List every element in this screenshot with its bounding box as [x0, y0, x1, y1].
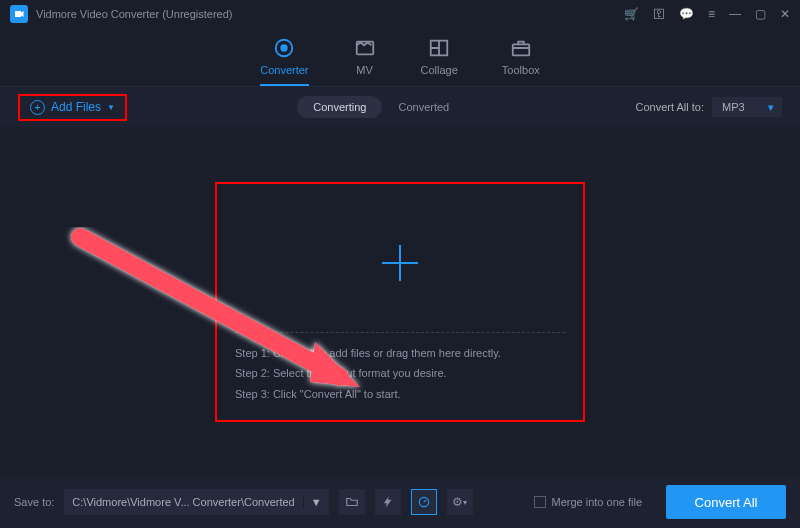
content-area: Step 1: Click "+" to add files or drag t…	[0, 127, 800, 476]
titlebar: Vidmore Video Converter (Unregistered) 🛒…	[0, 0, 800, 28]
step-1: Step 1: Click "+" to add files or drag t…	[235, 343, 565, 364]
merge-checkbox[interactable]: Merge into one file	[534, 496, 643, 508]
nav-toolbox[interactable]: Toolbox	[502, 36, 540, 86]
menu-icon[interactable]: ≡	[708, 7, 715, 21]
nav-converter[interactable]: Converter	[260, 36, 308, 86]
plus-circle-icon: +	[30, 100, 45, 115]
close-button[interactable]: ✕	[780, 7, 790, 21]
converter-icon	[272, 36, 296, 60]
convert-all-label: Convert All to:	[636, 101, 704, 113]
app-title: Vidmore Video Converter (Unregistered)	[36, 8, 232, 20]
footer-bar: Save to: C:\Vidmore\Vidmore V... Convert…	[0, 476, 800, 528]
tab-converted[interactable]: Converted	[382, 96, 465, 118]
tab-converting[interactable]: Converting	[297, 96, 382, 118]
toolbox-icon	[509, 36, 533, 60]
divider	[235, 332, 565, 333]
mv-icon	[353, 36, 377, 60]
chevron-down-icon: ▼	[107, 103, 115, 112]
high-speed-button[interactable]	[411, 489, 437, 515]
svg-rect-4	[513, 44, 530, 55]
collage-icon	[427, 36, 451, 60]
convert-all-to: Convert All to: MP3	[636, 97, 782, 117]
checkbox-icon	[534, 496, 546, 508]
minimize-button[interactable]: —	[729, 7, 741, 21]
status-tabs: Converting Converted	[297, 96, 465, 118]
output-format-select[interactable]: MP3	[712, 97, 782, 117]
cart-icon[interactable]: 🛒	[624, 7, 639, 21]
instruction-steps: Step 1: Click "+" to add files or drag t…	[235, 343, 565, 406]
add-files-button[interactable]: + Add Files ▼	[18, 94, 127, 121]
add-plus-icon[interactable]	[382, 245, 418, 281]
feedback-icon[interactable]: 💬	[679, 7, 694, 21]
maximize-button[interactable]: ▢	[755, 7, 766, 21]
save-to-label: Save to:	[14, 496, 54, 508]
main-nav: Converter MV Collage Toolbox	[0, 28, 800, 87]
nav-collage[interactable]: Collage	[421, 36, 458, 86]
convert-all-button[interactable]: Convert All	[666, 485, 786, 519]
key-icon[interactable]: ⚿	[653, 7, 665, 21]
hardware-accel-button[interactable]	[375, 489, 401, 515]
save-path-field[interactable]: C:\Vidmore\Vidmore V... Converter\Conver…	[64, 489, 328, 515]
settings-button[interactable]: ⚙▾	[447, 489, 473, 515]
svg-point-1	[282, 45, 288, 51]
nav-mv[interactable]: MV	[353, 36, 377, 86]
step-3: Step 3: Click "Convert All" to start.	[235, 384, 565, 405]
open-folder-button[interactable]	[339, 489, 365, 515]
drop-zone[interactable]: Step 1: Click "+" to add files or drag t…	[215, 182, 585, 422]
chevron-down-icon[interactable]: ▼	[303, 496, 329, 508]
step-2: Step 2: Select the output format you des…	[235, 363, 565, 384]
app-logo	[10, 5, 28, 23]
sub-toolbar: + Add Files ▼ Converting Converted Conve…	[0, 87, 800, 127]
